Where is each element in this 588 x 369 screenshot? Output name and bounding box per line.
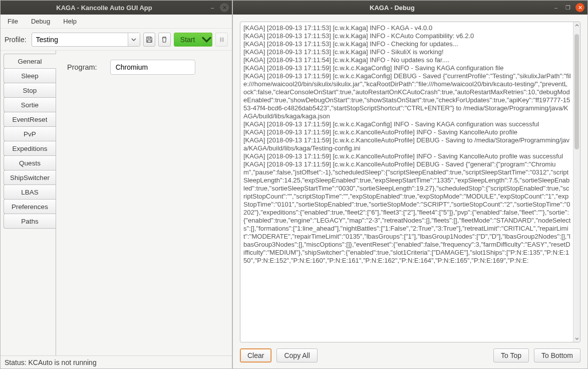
pause-button <box>215 33 228 47</box>
profile-input[interactable] <box>32 36 128 44</box>
scroll-thumb[interactable] <box>574 34 579 149</box>
start-dropdown-button[interactable] <box>201 33 212 47</box>
status-bar: Status: KCAuto is not running <box>1 355 232 368</box>
profile-combobox[interactable] <box>32 33 140 47</box>
menu-debug[interactable]: Debug <box>28 16 53 27</box>
debug-window: KAGA - Debug – ❐ ✕ [KAGA] [2018-09-13 17… <box>232 0 588 369</box>
tab-list: General Sleep Stop Sortie EventReset PvP… <box>1 51 56 355</box>
copy-all-button[interactable]: Copy All <box>276 348 317 362</box>
chevron-down-icon[interactable] <box>128 33 140 46</box>
profile-toolbar: Profile: Start <box>1 29 232 51</box>
debug-titlebar[interactable]: KAGA - Debug – ❐ ✕ <box>233 1 587 15</box>
delete-button[interactable] <box>158 33 171 47</box>
content-area: General Sleep Stop Sortie EventReset PvP… <box>1 51 232 355</box>
debug-body: [KAGA] [2018-09-13 17:11:53] [c.w.k.Kaga… <box>233 15 587 368</box>
scroll-down-icon[interactable] <box>573 335 580 342</box>
program-label: Program: <box>67 63 97 71</box>
clear-button[interactable]: Clear <box>240 348 271 362</box>
tab-pvp[interactable]: PvP <box>4 126 56 141</box>
main-titlebar[interactable]: KAGA - Kancolle Auto GUI App – ✕ <box>1 1 232 15</box>
start-button[interactable]: Start <box>174 33 202 47</box>
tab-sleep[interactable]: Sleep <box>4 68 56 83</box>
save-button[interactable] <box>143 33 156 47</box>
tab-ship-switcher[interactable]: ShipSwitcher <box>4 170 56 185</box>
status-text: Status: KCAuto is not running <box>5 358 97 366</box>
main-window-title: KAGA - Kancolle Auto GUI App <box>4 4 205 12</box>
tab-preferences[interactable]: Preferences <box>4 199 56 214</box>
main-window: KAGA - Kancolle Auto GUI App – ✕ File De… <box>0 0 232 369</box>
close-icon[interactable]: ✕ <box>220 3 229 12</box>
tab-stop[interactable]: Stop <box>4 83 56 98</box>
general-panel: Program: <box>56 51 232 355</box>
debug-window-title: KAGA - Debug <box>236 4 548 12</box>
tab-sortie[interactable]: Sortie <box>4 97 56 112</box>
program-input[interactable] <box>110 60 195 75</box>
menubar: File Debug Help <box>1 15 232 29</box>
svg-rect-2 <box>220 37 221 42</box>
maximize-icon[interactable]: ❐ <box>563 3 572 12</box>
menu-file[interactable]: File <box>5 16 21 27</box>
tab-general[interactable]: General <box>4 54 56 69</box>
svg-rect-3 <box>222 37 224 42</box>
tab-expeditions[interactable]: Expeditions <box>4 141 56 156</box>
log-content: [KAGA] [2018-09-13 17:11:53] [c.w.k.Kaga… <box>240 22 580 342</box>
menu-help[interactable]: Help <box>60 16 80 27</box>
debug-button-bar: Clear Copy All To Top To Bottom <box>240 348 580 362</box>
tab-lbas[interactable]: LBAS <box>4 184 56 200</box>
close-icon[interactable]: ✕ <box>575 3 584 12</box>
profile-label: Profile: <box>5 36 27 44</box>
svg-rect-1 <box>147 40 151 42</box>
minimize-icon[interactable]: – <box>551 3 560 12</box>
tab-quests[interactable]: Quests <box>4 155 56 170</box>
to-bottom-button[interactable]: To Bottom <box>534 348 580 362</box>
svg-rect-0 <box>148 37 150 39</box>
scrollbar[interactable] <box>573 22 580 342</box>
to-top-button[interactable]: To Top <box>493 348 529 362</box>
scroll-up-icon[interactable] <box>573 22 580 29</box>
tab-paths[interactable]: Paths <box>4 214 56 229</box>
log-textarea[interactable]: [KAGA] [2018-09-13 17:11:53] [c.w.k.Kaga… <box>240 22 580 342</box>
tab-event-reset[interactable]: EventReset <box>4 112 56 127</box>
minimize-icon[interactable]: – <box>208 3 217 12</box>
